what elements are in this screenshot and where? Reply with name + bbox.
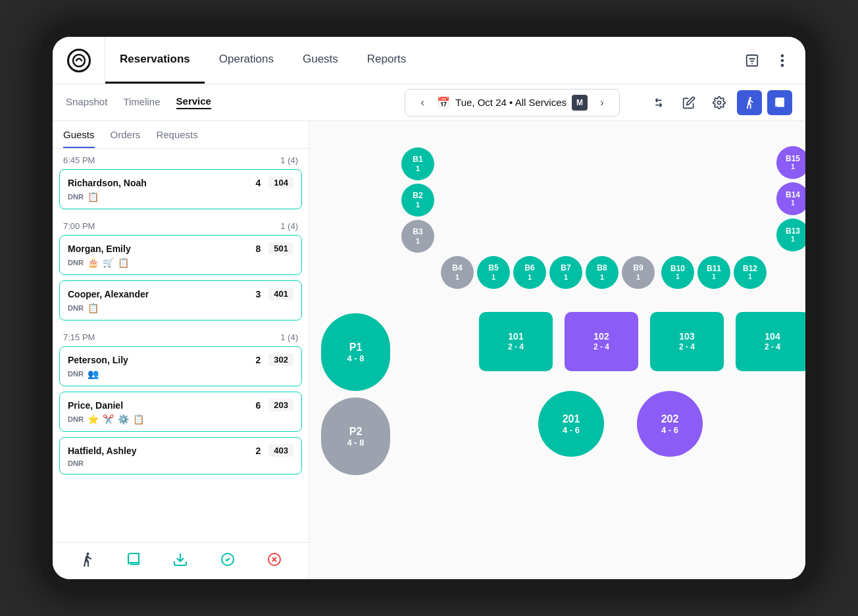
dnr-badge: DNR: [68, 304, 84, 312]
filter-icon[interactable]: [740, 48, 765, 73]
dnr-badge: DNR: [68, 193, 84, 201]
birthday-icon: 🎂: [88, 257, 99, 268]
guest-meta: DNR 👥: [68, 369, 293, 379]
calendar-icon: 📅: [437, 96, 450, 109]
star-icon: ⭐: [88, 414, 99, 424]
guest-card-richardson[interactable]: Richardson, Noah 4 104 DNR 📋: [59, 169, 302, 209]
table-B10[interactable]: B101: [661, 256, 694, 289]
guest-card-peterson[interactable]: Peterson, Lily 2 302 DNR 👥: [59, 346, 302, 386]
download-btn[interactable]: [172, 552, 188, 571]
svg-point-6: [781, 59, 784, 62]
table-B9[interactable]: B91: [622, 256, 655, 289]
next-date-btn[interactable]: ›: [593, 93, 611, 112]
table-number: 203: [268, 399, 293, 411]
check-btn[interactable]: [220, 552, 236, 571]
dnr-badge: DNR: [68, 459, 84, 467]
time-slot-715: 7:15 PM 1 (4): [59, 326, 302, 346]
subnav-snapshot[interactable]: Snapshot: [66, 96, 107, 109]
tab-guests[interactable]: Guests: [63, 129, 95, 148]
guest-name: Peterson, Lily: [68, 355, 128, 365]
table-102[interactable]: 1022 - 4: [565, 312, 638, 371]
time-label: 7:15 PM: [63, 332, 95, 342]
guest-card-cooper[interactable]: Cooper, Alexander 3 401 DNR 📋: [59, 280, 302, 321]
screen: Reservations Operations Guests Reports: [53, 37, 805, 579]
guest-card-hatfield[interactable]: Hatfield, Ashley 2 403 DNR: [59, 437, 302, 475]
swap-icon[interactable]: [646, 90, 671, 115]
edit-icon[interactable]: [676, 90, 701, 115]
settings-icon[interactable]: [707, 90, 732, 115]
guest-party: 2: [256, 355, 261, 365]
table-103[interactable]: 1032 - 4: [650, 312, 724, 371]
pref-icon: ⚙️: [118, 414, 129, 424]
table-B6[interactable]: B61: [513, 256, 546, 289]
table-B14[interactable]: B141: [776, 182, 805, 215]
order-icon: 🛒: [103, 257, 114, 268]
nav-items: Reservations Operations Guests Reports: [105, 37, 740, 84]
walkin-active-btn[interactable]: [737, 90, 762, 115]
table-number: 403: [268, 444, 293, 457]
guest-name: Richardson, Noah: [68, 178, 147, 188]
guest-list: 6:45 PM 1 (4) Richardson, Noah 4 104 DNR…: [53, 149, 309, 542]
nav-operations[interactable]: Operations: [205, 37, 288, 84]
more-icon[interactable]: [770, 48, 795, 73]
logo-icon: [67, 49, 91, 72]
book-btn[interactable]: [767, 90, 792, 115]
tab-bar: Guests Orders Requests: [53, 121, 309, 149]
count-label: 1 (4): [280, 221, 298, 231]
table-number: 302: [268, 353, 293, 366]
table-B13[interactable]: B131: [776, 218, 805, 251]
prev-date-btn[interactable]: ‹: [413, 93, 432, 112]
time-slot-700: 7:00 PM 1 (4): [59, 215, 302, 235]
table-104[interactable]: 1042 - 4: [736, 312, 805, 371]
table-B3[interactable]: B31: [401, 220, 434, 253]
svg-rect-9: [778, 99, 782, 100]
table-B1[interactable]: B11: [401, 147, 434, 180]
notes-icon: 📋: [88, 192, 99, 202]
count-label: 1 (4): [280, 332, 298, 342]
guest-meta: DNR: [68, 459, 293, 467]
tablet-frame: Reservations Operations Guests Reports: [41, 25, 817, 591]
nav-reports[interactable]: Reports: [353, 37, 421, 84]
table-B8[interactable]: B81: [586, 256, 618, 289]
table-number: 104: [268, 176, 293, 189]
table-B5[interactable]: B51: [477, 256, 510, 289]
guest-meta: DNR 🎂 🛒 📋: [68, 257, 293, 268]
book-bottom-btn[interactable]: [126, 552, 141, 571]
notes-icon: 📋: [118, 257, 129, 268]
count-label: 1 (4): [280, 155, 298, 165]
dnr-badge: DNR: [68, 259, 84, 267]
nav-guests[interactable]: Guests: [288, 37, 353, 84]
table-B2[interactable]: B21: [401, 184, 434, 217]
guest-name: Hatfield, Ashley: [68, 446, 137, 456]
tab-orders[interactable]: Orders: [111, 129, 141, 148]
table-101[interactable]: 1012 - 4: [479, 312, 553, 371]
tab-requests[interactable]: Requests: [156, 129, 197, 148]
table-number: 501: [268, 242, 293, 255]
table-B7[interactable]: B71: [549, 256, 582, 289]
table-202[interactable]: 202 4 - 6: [637, 391, 703, 457]
table-B12[interactable]: B121: [734, 256, 767, 289]
sub-nav: Snapshot Timeline Service ‹ 📅 Tue, Oct 2…: [53, 84, 805, 121]
guest-card-morgan[interactable]: Morgan, Emily 8 501 DNR 🎂 🛒 📋: [59, 235, 302, 275]
date-selector[interactable]: ‹ 📅 Tue, Oct 24 • All Services M ›: [405, 89, 620, 116]
nav-reservations[interactable]: Reservations: [105, 37, 205, 84]
table-number: 401: [268, 288, 293, 300]
date-display: Tue, Oct 24 • All Services: [455, 97, 567, 108]
table-201[interactable]: 201 4 - 6: [538, 391, 604, 457]
table-B15[interactable]: B151: [776, 146, 805, 179]
guest-meta: DNR ⭐ ✂️ ⚙️ 📋: [68, 414, 293, 424]
nav-right: [740, 37, 805, 84]
subnav-service[interactable]: Service: [176, 95, 211, 109]
cancel-btn[interactable]: [266, 552, 282, 571]
svg-rect-10: [778, 102, 780, 103]
guest-name: Cooper, Alexander: [68, 289, 149, 299]
table-P1[interactable]: P1 4 - 8: [321, 313, 390, 391]
table-B11[interactable]: B111: [697, 256, 730, 289]
svg-point-8: [718, 101, 721, 104]
sub-nav-tools: [646, 90, 792, 115]
subnav-timeline[interactable]: Timeline: [123, 96, 160, 109]
walkin-btn[interactable]: [79, 552, 95, 571]
guest-card-price[interactable]: Price, Daniel 6 203 DNR ⭐ ✂️ ⚙️ 📋: [59, 392, 302, 432]
table-P2[interactable]: P2 4 - 8: [321, 398, 390, 475]
table-B4[interactable]: B41: [441, 256, 474, 289]
